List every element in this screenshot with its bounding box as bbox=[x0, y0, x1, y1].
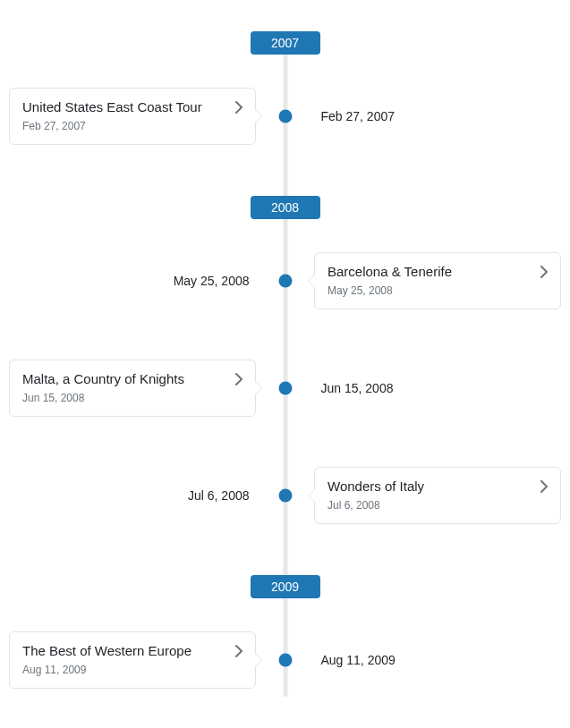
card-header: The Best of Western Europe bbox=[22, 643, 242, 658]
timeline-dot bbox=[278, 489, 292, 503]
year-badge-2007: 2007 bbox=[251, 31, 320, 55]
chevron-right-icon bbox=[540, 266, 548, 278]
card-date: Feb 27, 2007 bbox=[22, 120, 242, 132]
chevron-right-icon bbox=[540, 480, 548, 493]
opposite-date: Jul 6, 2008 bbox=[188, 488, 250, 503]
timeline: 2007 United States East Coast Tour Feb 2… bbox=[0, 0, 570, 728]
card-title: Malta, a Country of Knights bbox=[22, 371, 184, 386]
timeline-card[interactable]: The Best of Western Europe Aug 11, 2009 bbox=[9, 631, 256, 689]
timeline-card[interactable]: Malta, a Country of Knights Jun 15, 2008 bbox=[9, 360, 256, 417]
timeline-dot bbox=[278, 110, 292, 123]
timeline-dot bbox=[278, 382, 292, 395]
timeline-entry: Malta, a Country of Knights Jun 15, 2008… bbox=[0, 343, 570, 434]
card-title: United States East Coast Tour bbox=[22, 99, 202, 114]
card-title: Wonders of Italy bbox=[328, 478, 424, 494]
opposite-date: Aug 11, 2009 bbox=[321, 653, 396, 667]
timeline-entry: United States East Coast Tour Feb 27, 20… bbox=[0, 71, 570, 162]
timeline-dot bbox=[278, 654, 292, 667]
card-date: Jul 6, 2008 bbox=[328, 499, 548, 512]
opposite-date: May 25, 2008 bbox=[174, 274, 250, 288]
card-title: The Best of Western Europe bbox=[22, 643, 191, 658]
card-header: Wonders of Italy bbox=[328, 478, 548, 494]
timeline-entry: Jul 6, 2008 Wonders of Italy Jul 6, 2008 bbox=[0, 450, 570, 541]
chevron-right-icon bbox=[235, 645, 242, 657]
timeline-entry: May 25, 2008 Barcelona & Tenerife May 25… bbox=[0, 235, 570, 326]
opposite-date: Jun 15, 2008 bbox=[321, 381, 394, 395]
timeline-dot bbox=[278, 275, 292, 288]
card-header: Barcelona & Tenerife bbox=[328, 264, 548, 279]
timeline-card[interactable]: Barcelona & Tenerife May 25, 2008 bbox=[314, 252, 561, 309]
year-badge-2009: 2009 bbox=[251, 575, 320, 598]
timeline-card[interactable]: Wonders of Italy Jul 6, 2008 bbox=[314, 467, 561, 524]
card-header: United States East Coast Tour bbox=[22, 99, 242, 114]
card-title: Barcelona & Tenerife bbox=[328, 264, 452, 279]
year-badge-2008: 2008 bbox=[251, 196, 320, 219]
chevron-right-icon bbox=[235, 101, 242, 114]
timeline-entry: The Best of Western Europe Aug 11, 2009 … bbox=[0, 614, 570, 706]
chevron-right-icon bbox=[235, 373, 242, 385]
opposite-date: Feb 27, 2007 bbox=[321, 109, 396, 123]
card-date: May 25, 2008 bbox=[328, 284, 548, 297]
card-date: Jun 15, 2008 bbox=[22, 392, 242, 404]
card-header: Malta, a Country of Knights bbox=[22, 371, 242, 386]
card-date: Aug 11, 2009 bbox=[22, 664, 242, 676]
timeline-card[interactable]: United States East Coast Tour Feb 27, 20… bbox=[9, 88, 256, 145]
